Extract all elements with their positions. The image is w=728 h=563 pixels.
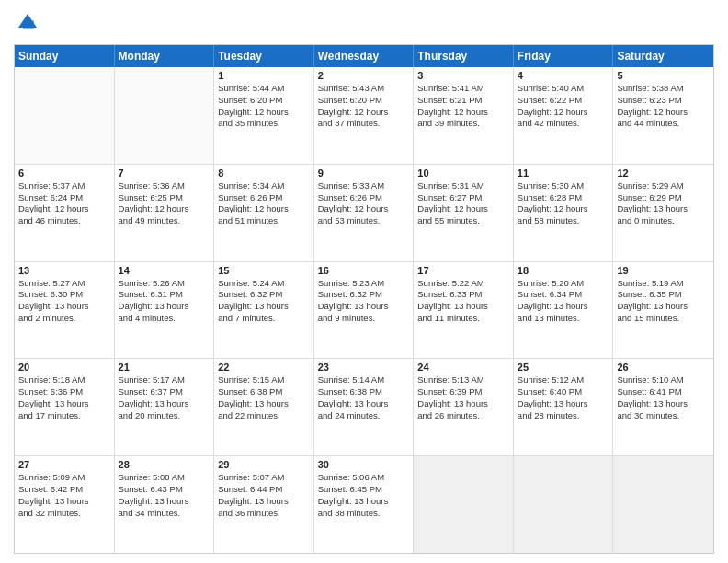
cell-info-line: and 36 minutes.	[218, 508, 310, 520]
header-day-saturday: Saturday	[613, 45, 713, 67]
cell-info-line: Daylight: 13 hours	[218, 496, 310, 508]
cell-info-line: Sunrise: 5:07 AM	[218, 472, 310, 484]
cell-info-line: and 13 minutes.	[518, 313, 609, 325]
cell-info-line: Sunset: 6:43 PM	[119, 484, 210, 496]
calendar-cell: 11Sunrise: 5:30 AMSunset: 6:28 PMDayligh…	[514, 165, 614, 261]
cell-info-line: Daylight: 12 hours	[119, 203, 210, 215]
calendar-cell: 14Sunrise: 5:26 AMSunset: 6:31 PMDayligh…	[115, 262, 215, 359]
day-number: 6	[18, 167, 110, 178]
cell-info-line: Daylight: 12 hours	[218, 203, 310, 215]
day-number: 25	[518, 362, 609, 373]
logo-icon	[14, 9, 41, 37]
calendar-row: 6Sunrise: 5:37 AMSunset: 6:24 PMDaylight…	[15, 165, 713, 262]
cell-info-line: Daylight: 13 hours	[318, 301, 410, 313]
cell-info-line: and 34 minutes.	[119, 508, 210, 520]
cell-info-line: and 15 minutes.	[617, 313, 710, 325]
cell-info-line: Sunrise: 5:33 AM	[318, 180, 410, 192]
cell-info-line: Sunrise: 5:13 AM	[417, 374, 509, 386]
day-number: 7	[119, 167, 210, 178]
cell-info-line: Daylight: 13 hours	[218, 398, 310, 410]
cell-info-line: and 7 minutes.	[218, 313, 310, 325]
cell-info-line: and 38 minutes.	[318, 508, 410, 520]
cell-info-line: Daylight: 12 hours	[417, 203, 509, 215]
cell-info-line: and 37 minutes.	[318, 118, 410, 130]
cell-info-line: and 44 minutes.	[617, 118, 710, 130]
header-day-monday: Monday	[115, 45, 215, 67]
cell-info-line: Daylight: 13 hours	[518, 398, 609, 410]
calendar-cell: 2Sunrise: 5:43 AMSunset: 6:20 PMDaylight…	[314, 67, 415, 164]
calendar-cell: 6Sunrise: 5:37 AMSunset: 6:24 PMDaylight…	[15, 165, 115, 261]
day-number: 22	[218, 362, 310, 373]
day-number: 5	[617, 70, 710, 81]
cell-info-line: Sunset: 6:45 PM	[318, 484, 410, 496]
cell-info-line: Sunset: 6:32 PM	[318, 289, 410, 301]
cell-info-line: Sunset: 6:34 PM	[518, 289, 609, 301]
cell-info-line: Sunrise: 5:26 AM	[119, 278, 210, 290]
calendar-cell: 27Sunrise: 5:09 AMSunset: 6:42 PMDayligh…	[15, 456, 115, 553]
cell-info-line: Sunset: 6:38 PM	[218, 386, 310, 398]
cell-info-line: Sunset: 6:30 PM	[18, 289, 110, 301]
cell-info-line: Sunset: 6:20 PM	[318, 95, 410, 107]
cell-info-line: and 17 minutes.	[18, 410, 110, 422]
header-day-thursday: Thursday	[414, 45, 514, 67]
calendar-cell: 17Sunrise: 5:22 AMSunset: 6:33 PMDayligh…	[414, 262, 514, 359]
cell-info-line: Daylight: 13 hours	[18, 496, 110, 508]
calendar-cell: 28Sunrise: 5:08 AMSunset: 6:43 PMDayligh…	[115, 456, 215, 553]
cell-info-line: and 55 minutes.	[417, 215, 509, 227]
cell-info-line: and 58 minutes.	[518, 215, 609, 227]
cell-info-line: Daylight: 12 hours	[218, 107, 310, 119]
calendar-header: SundayMondayTuesdayWednesdayThursdayFrid…	[15, 45, 713, 67]
cell-info-line: Sunrise: 5:41 AM	[417, 83, 509, 95]
cell-info-line: and 28 minutes.	[518, 410, 609, 422]
cell-info-line: Sunrise: 5:44 AM	[218, 83, 310, 95]
day-number: 8	[218, 167, 310, 178]
cell-info-line: Sunrise: 5:19 AM	[617, 278, 710, 290]
cell-info-line: and 46 minutes.	[18, 215, 110, 227]
cell-info-line: Sunrise: 5:43 AM	[318, 83, 410, 95]
cell-info-line: Sunrise: 5:08 AM	[119, 472, 210, 484]
calendar-cell: 29Sunrise: 5:07 AMSunset: 6:44 PMDayligh…	[214, 456, 314, 553]
calendar-cell: 22Sunrise: 5:15 AMSunset: 6:38 PMDayligh…	[214, 359, 314, 455]
calendar-body: 1Sunrise: 5:44 AMSunset: 6:20 PMDaylight…	[15, 67, 713, 553]
cell-info-line: Sunset: 6:26 PM	[218, 192, 310, 204]
day-number: 19	[617, 265, 710, 276]
day-number: 12	[617, 167, 710, 178]
calendar-cell: 24Sunrise: 5:13 AMSunset: 6:39 PMDayligh…	[414, 359, 514, 455]
cell-info-line: Daylight: 13 hours	[318, 398, 410, 410]
calendar-row: 20Sunrise: 5:18 AMSunset: 6:36 PMDayligh…	[15, 359, 713, 456]
cell-info-line: Sunrise: 5:18 AM	[18, 374, 110, 386]
cell-info-line: Daylight: 13 hours	[18, 398, 110, 410]
day-number: 16	[318, 265, 410, 276]
cell-info-line: Daylight: 13 hours	[119, 398, 210, 410]
cell-info-line: Sunrise: 5:23 AM	[318, 278, 410, 290]
day-number: 24	[417, 362, 509, 373]
header-day-friday: Friday	[514, 45, 614, 67]
cell-info-line: Sunset: 6:25 PM	[119, 192, 210, 204]
cell-info-line: and 24 minutes.	[318, 410, 410, 422]
day-number: 1	[218, 70, 310, 81]
calendar-cell: 10Sunrise: 5:31 AMSunset: 6:27 PMDayligh…	[414, 165, 514, 261]
cell-info-line: Sunrise: 5:38 AM	[617, 83, 710, 95]
cell-info-line: Sunrise: 5:15 AM	[218, 374, 310, 386]
cell-info-line: Daylight: 13 hours	[218, 301, 310, 313]
calendar-cell: 21Sunrise: 5:17 AMSunset: 6:37 PMDayligh…	[115, 359, 215, 455]
calendar-cell: 5Sunrise: 5:38 AMSunset: 6:23 PMDaylight…	[613, 67, 713, 164]
cell-info-line: Daylight: 13 hours	[617, 203, 710, 215]
cell-info-line: Daylight: 13 hours	[18, 301, 110, 313]
cell-info-line: Sunset: 6:39 PM	[417, 386, 509, 398]
day-number: 3	[417, 70, 509, 81]
cell-info-line: Daylight: 12 hours	[518, 107, 609, 119]
cell-info-line: Daylight: 13 hours	[518, 301, 609, 313]
cell-info-line: Sunset: 6:31 PM	[119, 289, 210, 301]
calendar-cell: 18Sunrise: 5:20 AMSunset: 6:34 PMDayligh…	[514, 262, 614, 359]
header-day-tuesday: Tuesday	[214, 45, 314, 67]
cell-info-line: Daylight: 13 hours	[617, 398, 710, 410]
cell-info-line: Sunrise: 5:40 AM	[518, 83, 609, 95]
cell-info-line: Sunset: 6:37 PM	[119, 386, 210, 398]
cell-info-line: Sunset: 6:36 PM	[18, 386, 110, 398]
day-number: 27	[18, 459, 110, 470]
cell-info-line: and 22 minutes.	[218, 410, 310, 422]
cell-info-line: and 42 minutes.	[518, 118, 609, 130]
day-number: 29	[218, 459, 310, 470]
cell-info-line: Sunrise: 5:10 AM	[617, 374, 710, 386]
